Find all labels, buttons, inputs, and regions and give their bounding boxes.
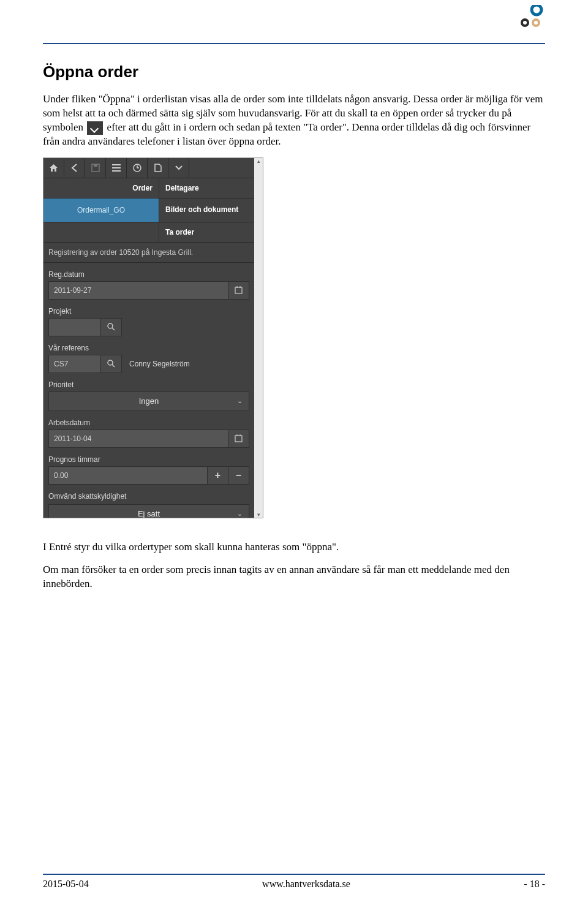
document-icon[interactable] — [148, 158, 168, 178]
chevron-down-icon: ⌄ — [237, 510, 243, 518]
dropdown-icon[interactable] — [168, 158, 189, 178]
intro-paragraph: Under fliken "Öppna" i orderlistan visas… — [43, 93, 545, 149]
svg-rect-9 — [112, 167, 121, 168]
svg-rect-7 — [94, 164, 97, 167]
chevron-down-icon — [87, 121, 103, 135]
footer-rule — [43, 874, 545, 875]
svg-rect-10 — [112, 170, 121, 172]
select-prio-value: Ingen — [139, 396, 159, 406]
footer-date: 2015-05-04 — [43, 879, 89, 890]
svg-point-1 — [535, 8, 538, 12]
page-heading: Öppna order — [43, 62, 545, 81]
page-footer: 2015-05-04 www.hantverksdata.se - 18 - — [43, 874, 545, 890]
label-ref: Vår referens — [48, 340, 249, 355]
svg-line-18 — [112, 365, 115, 367]
paragraph-2: I Entré styr du vilka ordertyper som ska… — [43, 540, 545, 554]
intro-text-b: efter att du gått in i ordern och sedan … — [43, 121, 530, 147]
footer-url: www.hantverksdata.se — [262, 879, 350, 890]
menu-item-ta-order[interactable]: Ta order — [159, 222, 254, 242]
status-line: Registrering av order 10520 på Ingesta G… — [43, 243, 254, 263]
input-projekt[interactable] — [48, 318, 101, 336]
minus-icon[interactable]: − — [228, 466, 249, 485]
paragraph-3: Om man försöker ta en order som precis i… — [43, 563, 545, 591]
input-arbdat[interactable]: 2011-10-04 — [48, 429, 228, 448]
scrollbar[interactable] — [254, 158, 263, 518]
label-arbdat: Arbetsdatum — [48, 415, 249, 429]
menu-icon[interactable] — [106, 158, 127, 178]
tab-ordermall[interactable]: Ordermall_GO — [43, 199, 159, 222]
menu-item-bilder[interactable]: Bilder och dokument — [159, 199, 254, 222]
search-icon-ref[interactable] — [101, 355, 122, 373]
plus-icon[interactable]: + — [208, 466, 228, 485]
svg-line-16 — [112, 328, 115, 330]
input-ref-code[interactable]: CS7 — [48, 355, 101, 373]
clock-icon[interactable] — [127, 158, 148, 178]
select-prio[interactable]: Ingen ⌄ — [48, 392, 249, 411]
calendar-icon[interactable] — [228, 281, 249, 300]
label-regdatum: Reg.datum — [48, 267, 249, 281]
order-label: Order — [43, 178, 159, 198]
home-icon[interactable] — [43, 158, 64, 178]
svg-rect-12 — [235, 287, 242, 293]
label-omv: Omvänd skattskyldighet — [48, 488, 249, 503]
svg-point-17 — [108, 360, 113, 365]
input-prog[interactable]: 0.00 — [48, 466, 208, 485]
svg-point-15 — [108, 323, 113, 328]
select-omv-value: Ej satt — [138, 509, 160, 518]
chevron-down-icon: ⌄ — [237, 397, 243, 405]
svg-rect-19 — [235, 436, 242, 442]
ref-name: Conny Segelström — [122, 355, 249, 373]
select-omv[interactable]: Ej satt ⌄ — [48, 504, 249, 518]
app-toolbar — [43, 158, 254, 178]
svg-rect-3 — [523, 21, 527, 25]
label-prio: Prioritet — [48, 377, 249, 392]
label-projekt: Projekt — [48, 303, 249, 318]
footer-page: - 18 - — [524, 879, 545, 890]
back-icon[interactable] — [64, 158, 85, 178]
app-screenshot: Order Deltagare Ordermall_GO Bilder och … — [43, 157, 263, 518]
top-rule — [43, 43, 545, 44]
svg-rect-5 — [534, 21, 538, 25]
search-icon[interactable] — [101, 318, 122, 336]
menu-item-deltagare[interactable]: Deltagare — [159, 178, 254, 198]
input-regdatum[interactable]: 2011-09-27 — [48, 281, 228, 300]
save-icon[interactable] — [85, 158, 106, 178]
calendar-icon-arb[interactable] — [228, 429, 249, 448]
label-prog: Prognos timmar — [48, 452, 249, 466]
svg-rect-8 — [112, 164, 121, 165]
brand-logo — [517, 5, 545, 29]
